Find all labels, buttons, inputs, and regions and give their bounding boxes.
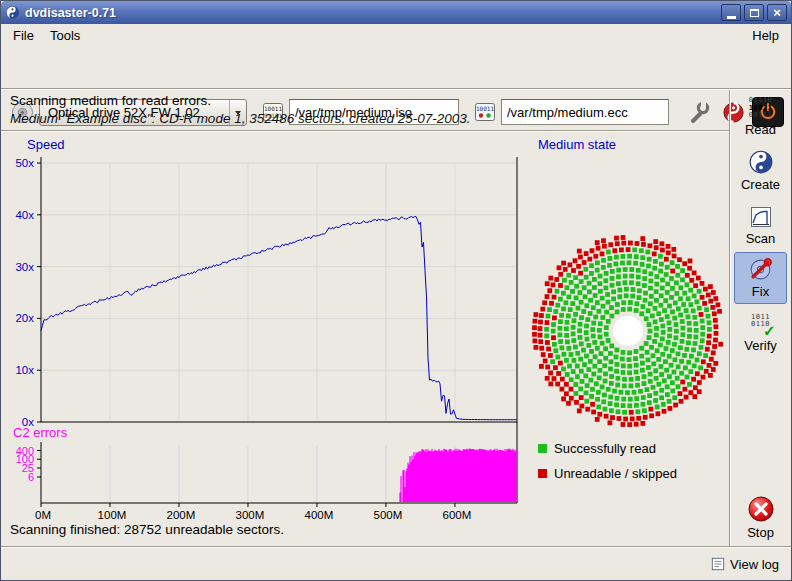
titlebar[interactable]: dvdisaster-0.71 × <box>1 1 791 24</box>
ecc-file-icon: 10011 <box>473 100 497 124</box>
svg-text:6: 6 <box>28 471 34 483</box>
menubar: File Tools Help <box>1 24 791 46</box>
app-icon <box>5 5 20 20</box>
stop-icon <box>747 495 775 523</box>
svg-text:400M: 400M <box>305 509 334 521</box>
menu-tools[interactable]: Tools <box>42 26 88 45</box>
svg-text:600M: 600M <box>443 509 472 521</box>
binary-icon: 01110 10011 00111 <box>749 97 773 120</box>
svg-text:100: 100 <box>16 453 34 465</box>
medium-state-title: Medium state <box>538 137 616 152</box>
sidebar-button-label: Scan <box>746 231 776 246</box>
minimize-icon <box>727 16 736 19</box>
close-icon: × <box>773 6 781 19</box>
legend-label-unreadable: Unreadable / skipped <box>554 466 677 481</box>
toolbar: Optical drive 52X FW 1.02 10011 01101 10… <box>1 46 791 88</box>
window-title: dvdisaster-0.71 <box>25 6 116 20</box>
svg-text:10x: 10x <box>15 364 34 376</box>
sidebar-button-label: Read <box>745 122 776 137</box>
preferences-button[interactable] <box>685 98 713 126</box>
speed-chart-title: Speed <box>27 137 65 152</box>
sidebar-button-label: Verify <box>744 338 777 353</box>
legend-swatch-read <box>538 444 547 453</box>
svg-text:50x: 50x <box>15 157 34 169</box>
sidebar-button-label: Create <box>741 177 780 192</box>
toolbar-separator <box>1 88 792 90</box>
sidebar-button-label: Fix <box>752 284 769 299</box>
svg-text:10011: 10011 <box>476 105 494 112</box>
sidebar-button-stop[interactable]: Stop <box>734 490 787 545</box>
log-icon <box>711 557 725 571</box>
menu-file[interactable]: File <box>5 26 42 45</box>
maximize-icon <box>750 9 759 17</box>
legend-item-read: Successfully read <box>538 441 656 456</box>
svg-text:0M: 0M <box>35 509 51 521</box>
sidebar-button-fix[interactable]: Fix <box>734 252 787 304</box>
maximize-button[interactable] <box>744 4 764 21</box>
svg-text:500M: 500M <box>374 509 403 521</box>
sidebar-button-create[interactable]: Create <box>734 144 787 196</box>
scan-chart-icon <box>749 205 773 229</box>
svg-text:30x: 30x <box>15 261 34 273</box>
fix-tool-icon <box>748 257 773 282</box>
checkmark-icon: ✓ <box>763 322 776 340</box>
legend-item-unreadable: Unreadable / skipped <box>538 466 677 481</box>
sidebar-button-verify[interactable]: 1011 0110 ✓ Verify <box>734 308 787 358</box>
status-subheading: Medium "Example disc": CD-R mode 1, 3524… <box>10 111 471 126</box>
legend-swatch-unreadable <box>538 469 547 478</box>
c2-errors-title: C2 errors <box>13 425 67 440</box>
svg-text:25: 25 <box>22 462 34 474</box>
view-log-button[interactable]: View log <box>705 552 785 576</box>
yin-yang-icon <box>748 149 774 175</box>
svg-text:40x: 40x <box>15 209 34 221</box>
svg-text:100M: 100M <box>98 509 127 521</box>
scan-result-status: Scanning finished: 28752 unreadable sect… <box>10 522 284 537</box>
wrench-icon <box>687 100 711 124</box>
sidebar-button-scan[interactable]: Scan <box>734 200 787 250</box>
close-button[interactable]: × <box>767 4 787 21</box>
view-log-label: View log <box>730 557 779 572</box>
svg-text:300M: 300M <box>236 509 265 521</box>
svg-text:200M: 200M <box>167 509 196 521</box>
menu-help[interactable]: Help <box>744 26 787 45</box>
verify-icon: 1011 0110 ✓ <box>748 314 774 336</box>
sidebar-separator <box>729 90 731 547</box>
status-heading: Scanning medium for read errors. <box>10 93 211 108</box>
status-separator <box>1 130 730 132</box>
sidebar-button-read[interactable]: 01110 10011 00111 Read <box>734 94 787 140</box>
sidebar-button-label: Stop <box>747 525 774 540</box>
ecc-path-input[interactable] <box>501 99 669 125</box>
svg-text:400: 400 <box>16 445 34 457</box>
statusbar: View log <box>1 548 791 581</box>
app-window: dvdisaster-0.71 × File Tools Help Optica… <box>0 0 792 581</box>
svg-text:20x: 20x <box>15 312 34 324</box>
legend-label-read: Successfully read <box>554 441 656 456</box>
minimize-button[interactable] <box>721 4 741 21</box>
